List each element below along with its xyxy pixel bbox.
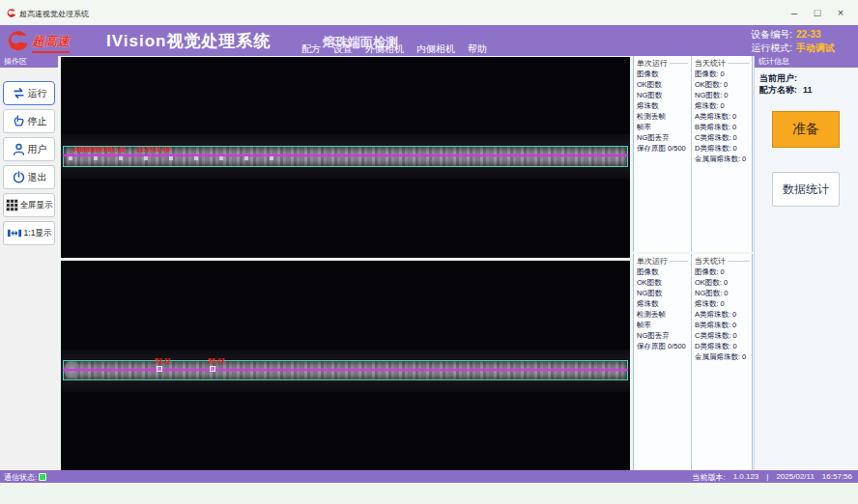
status-time: 16:57:56 <box>822 472 852 483</box>
operation-sidebar: 操作区 运行 停止 用户 退出 <box>0 56 58 470</box>
stat-value: 0 <box>732 112 736 121</box>
single-run-title: 单次运行 <box>637 58 668 69</box>
comm-status-label: 通信状态: <box>4 472 37 483</box>
info-panel-header: 统计信息 <box>755 56 858 68</box>
stat-row: 检测丢帧 <box>634 309 690 320</box>
loop-arrows-icon <box>12 86 26 100</box>
save-row: 保存原图0/500 <box>634 341 690 351</box>
stat-value: 0 <box>733 133 737 142</box>
app-header: 超高速 IVision视觉处理系统 熔珠端面检测 配方 设置 外侧相机 内侧相机… <box>0 25 858 56</box>
stat-row: 熔珠数:0 <box>692 100 752 111</box>
recipe-row: 配方名称:11 <box>759 84 813 97</box>
stats-panel-inner: 单次运行 图像数 OK图数 NG图数 熔珠数 检测丢帧 帧率 NG图丢弃 保存原… <box>633 254 753 470</box>
stat-label: 熔珠数: <box>695 299 719 309</box>
stat-row: NG图数:0 <box>692 288 752 298</box>
stat-label: A类熔珠数: <box>695 112 730 122</box>
save-row: 保存原图0/500 <box>634 143 690 154</box>
status-date: 2025/02/11 <box>776 472 814 483</box>
stat-label: B类熔珠数: <box>695 123 730 132</box>
exit-button[interactable]: 退出 <box>3 165 55 189</box>
minimize-button[interactable]: – <box>783 5 806 21</box>
close-button[interactable]: × <box>829 5 852 21</box>
menu-help[interactable]: 帮助 <box>468 42 487 56</box>
stat-label: B类熔珠数: <box>695 321 730 330</box>
stat-label: 金属屑熔珠数: <box>695 154 740 164</box>
stat-row: OK图数 <box>634 277 690 288</box>
stat-value: 0 <box>733 331 737 340</box>
stat-row: B类熔珠数:0 <box>692 122 752 132</box>
stat-row: NG图数:0 <box>692 90 752 100</box>
stat-label: NG图数: <box>695 289 722 298</box>
menu-inner-camera[interactable]: 内侧相机 <box>416 42 455 56</box>
version-info: 当前版本: 1.0.123 | 2025/02/11 16:57:56 <box>692 472 852 483</box>
stat-label: D类熔珠数: <box>695 342 731 351</box>
one-to-one-button[interactable]: 1:1显示 <box>3 221 55 245</box>
stat-value: 0 <box>732 321 736 329</box>
measurement-annotation: 53.11 <box>155 357 171 364</box>
separator: | <box>766 472 768 483</box>
stat-label: 图像数: <box>695 267 719 277</box>
prepare-button[interactable]: 准备 <box>772 111 840 148</box>
stat-row: 图像数 <box>634 266 690 277</box>
stat-label: A类熔珠数: <box>695 310 730 320</box>
fullscreen-button[interactable]: 全屏显示 <box>3 193 55 217</box>
divider <box>670 63 688 64</box>
stat-value: 0 <box>742 154 746 163</box>
stat-value: 0 <box>732 123 736 131</box>
run-label: 运行 <box>28 87 47 100</box>
one-to-one-label: 1:1显示 <box>24 228 52 239</box>
exit-label: 退出 <box>28 171 47 184</box>
titlebar: 超高速视觉处理系统 – □ × <box>0 0 858 25</box>
run-mode-value: 手动调试 <box>796 42 835 53</box>
info-panel: 统计信息 当前用户: 配方名称:11 准备 数据统计 <box>754 56 858 470</box>
stat-row: C类熔珠数:0 <box>692 330 752 341</box>
app-title: IVision视觉处理系统 <box>106 30 271 52</box>
stat-value: 0 <box>724 289 728 297</box>
stat-row: NG图丢弃 <box>634 132 690 143</box>
stat-label: OK图数: <box>695 278 722 288</box>
user-button[interactable]: 用户 <box>3 137 55 161</box>
stat-row: OK图数:0 <box>692 79 752 90</box>
save-label: 保存原图 <box>637 144 666 154</box>
menu-bar: 配方 设置 外侧相机 内侧相机 帮助 <box>301 42 487 56</box>
stat-row: A类熔珠数:0 <box>692 111 752 122</box>
today-column: 当天统计 图像数:0 OK图数:0 NG图数:0 熔珠数:0 A类熔珠数:0 B… <box>691 56 752 252</box>
stat-row: 金属屑熔珠数:0 <box>692 351 752 362</box>
tick-markers <box>69 156 276 160</box>
stat-row: OK图数:0 <box>692 277 752 288</box>
stat-value: 0 <box>724 278 728 287</box>
window-title: 超高速视觉处理系统 <box>19 9 89 19</box>
divider <box>728 261 750 262</box>
stat-row: 图像数 <box>634 69 690 79</box>
run-mode-label: 运行模式: <box>751 42 792 53</box>
stat-row: 金属屑熔珠数:0 <box>692 154 752 164</box>
stat-row: 熔珠数 <box>634 100 690 111</box>
current-user-label: 当前用户: <box>759 73 797 83</box>
stat-value: 0 <box>721 267 725 276</box>
app-logo-icon <box>6 8 16 18</box>
data-statistics-button[interactable]: 数据统计 <box>772 172 840 207</box>
menu-outer-camera[interactable]: 外侧相机 <box>365 42 404 56</box>
stop-button[interactable]: 停止 <box>3 109 55 133</box>
divider <box>670 261 688 262</box>
recipe-label: 配方名称: <box>759 85 797 95</box>
stat-label: 金属屑熔珠数: <box>695 352 740 362</box>
stat-row: C类熔珠数:0 <box>692 132 752 143</box>
brand-swirl-icon <box>5 29 30 52</box>
menu-recipe[interactable]: 配方 <box>301 42 321 56</box>
user-icon <box>12 142 26 156</box>
stat-row: NG图丢弃 <box>634 330 690 341</box>
save-value: 0/500 <box>668 342 686 350</box>
measurement-annotation: 56.43 <box>208 357 225 364</box>
today-title: 当天统计 <box>695 256 726 266</box>
menu-settings[interactable]: 设置 <box>333 42 353 56</box>
measurement-annotation: 31.5741.49 <box>136 146 170 153</box>
status-bar: 通信状态: 当前版本: 1.0.123 | 2025/02/11 16:57:5… <box>0 470 858 483</box>
stat-row: 图像数:0 <box>692 266 752 277</box>
stat-label: NG图数: <box>695 91 722 100</box>
maximize-button[interactable]: □ <box>806 5 829 21</box>
stat-row: 图像数:0 <box>692 69 752 79</box>
run-button[interactable]: 运行 <box>3 81 55 105</box>
inner-camera-view: 53.11 56.43 <box>61 261 630 470</box>
stat-label: C类熔珠数: <box>695 331 731 341</box>
